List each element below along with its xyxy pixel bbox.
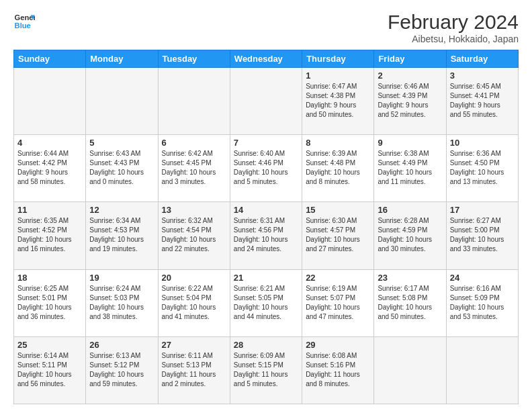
calendar-week-row: 1Sunrise: 6:47 AM Sunset: 4:38 PM Daylig…: [14, 68, 519, 135]
day-info: Sunrise: 6:39 AM Sunset: 4:48 PM Dayligh…: [306, 149, 370, 187]
table-row: [158, 68, 230, 135]
day-info: Sunrise: 6:09 AM Sunset: 5:15 PM Dayligh…: [234, 351, 298, 389]
calendar-week-row: 18Sunrise: 6:25 AM Sunset: 5:01 PM Dayli…: [14, 269, 519, 336]
table-row: 10Sunrise: 6:36 AM Sunset: 4:50 PM Dayli…: [446, 135, 518, 202]
day-info: Sunrise: 6:40 AM Sunset: 4:46 PM Dayligh…: [234, 149, 298, 187]
day-number: 9: [378, 138, 442, 148]
header: General Blue February 2024 Aibetsu, Hokk…: [13, 11, 519, 44]
table-row: 17Sunrise: 6:27 AM Sunset: 5:00 PM Dayli…: [446, 202, 518, 269]
page: General Blue February 2024 Aibetsu, Hokk…: [0, 0, 532, 411]
day-number: 25: [17, 340, 82, 350]
day-number: 11: [17, 205, 82, 215]
day-number: 2: [378, 71, 442, 81]
day-info: Sunrise: 6:17 AM Sunset: 5:08 PM Dayligh…: [378, 284, 442, 322]
col-wednesday: Wednesday: [230, 50, 302, 68]
logo-icon: General Blue: [13, 11, 35, 32]
table-row: 23Sunrise: 6:17 AM Sunset: 5:08 PM Dayli…: [374, 269, 446, 336]
table-row: 18Sunrise: 6:25 AM Sunset: 5:01 PM Dayli…: [14, 269, 86, 336]
calendar-week-row: 4Sunrise: 6:44 AM Sunset: 4:42 PM Daylig…: [14, 135, 519, 202]
day-info: Sunrise: 6:19 AM Sunset: 5:07 PM Dayligh…: [306, 284, 370, 322]
day-number: 28: [234, 340, 298, 350]
table-row: 15Sunrise: 6:30 AM Sunset: 4:57 PM Dayli…: [302, 202, 374, 269]
calendar-week-row: 25Sunrise: 6:14 AM Sunset: 5:11 PM Dayli…: [14, 336, 519, 404]
table-row: [230, 68, 302, 135]
table-row: 26Sunrise: 6:13 AM Sunset: 5:12 PM Dayli…: [86, 336, 158, 404]
day-info: Sunrise: 6:45 AM Sunset: 4:41 PM Dayligh…: [450, 82, 515, 120]
day-info: Sunrise: 6:47 AM Sunset: 4:38 PM Dayligh…: [306, 82, 370, 120]
day-number: 19: [89, 273, 154, 283]
col-thursday: Thursday: [302, 50, 374, 68]
table-row: 21Sunrise: 6:21 AM Sunset: 5:05 PM Dayli…: [230, 269, 302, 336]
day-info: Sunrise: 6:27 AM Sunset: 5:00 PM Dayligh…: [450, 216, 515, 254]
logo: General Blue: [13, 11, 35, 32]
day-info: Sunrise: 6:13 AM Sunset: 5:12 PM Dayligh…: [89, 351, 154, 389]
day-info: Sunrise: 6:42 AM Sunset: 4:45 PM Dayligh…: [162, 149, 226, 187]
day-number: 27: [162, 340, 226, 350]
day-info: Sunrise: 6:35 AM Sunset: 4:52 PM Dayligh…: [17, 216, 82, 254]
day-info: Sunrise: 6:24 AM Sunset: 5:03 PM Dayligh…: [89, 284, 154, 322]
day-info: Sunrise: 6:46 AM Sunset: 4:39 PM Dayligh…: [378, 82, 442, 120]
table-row: 24Sunrise: 6:16 AM Sunset: 5:09 PM Dayli…: [446, 269, 518, 336]
table-row: 3Sunrise: 6:45 AM Sunset: 4:41 PM Daylig…: [446, 68, 518, 135]
day-number: 8: [306, 138, 370, 148]
table-row: 14Sunrise: 6:31 AM Sunset: 4:56 PM Dayli…: [230, 202, 302, 269]
col-friday: Friday: [374, 50, 446, 68]
table-row: 2Sunrise: 6:46 AM Sunset: 4:39 PM Daylig…: [374, 68, 446, 135]
day-number: 4: [17, 138, 82, 148]
svg-text:Blue: Blue: [15, 21, 31, 30]
day-number: 6: [162, 138, 226, 148]
table-row: [374, 336, 446, 404]
table-row: [86, 68, 158, 135]
day-number: 13: [162, 205, 226, 215]
day-info: Sunrise: 6:30 AM Sunset: 4:57 PM Dayligh…: [306, 216, 370, 254]
table-row: 19Sunrise: 6:24 AM Sunset: 5:03 PM Dayli…: [86, 269, 158, 336]
table-row: 20Sunrise: 6:22 AM Sunset: 5:04 PM Dayli…: [158, 269, 230, 336]
table-row: 28Sunrise: 6:09 AM Sunset: 5:15 PM Dayli…: [230, 336, 302, 404]
table-row: 12Sunrise: 6:34 AM Sunset: 4:53 PM Dayli…: [86, 202, 158, 269]
title-block: February 2024 Aibetsu, Hokkaido, Japan: [388, 11, 519, 44]
table-row: 22Sunrise: 6:19 AM Sunset: 5:07 PM Dayli…: [302, 269, 374, 336]
calendar-table: Sunday Monday Tuesday Wednesday Thursday…: [13, 50, 519, 404]
table-row: [446, 336, 518, 404]
col-saturday: Saturday: [446, 50, 518, 68]
day-number: 18: [17, 273, 82, 283]
day-info: Sunrise: 6:28 AM Sunset: 4:59 PM Dayligh…: [378, 216, 442, 254]
table-row: 25Sunrise: 6:14 AM Sunset: 5:11 PM Dayli…: [14, 336, 86, 404]
day-number: 24: [450, 273, 515, 283]
day-number: 1: [306, 71, 370, 81]
table-row: [14, 68, 86, 135]
col-monday: Monday: [86, 50, 158, 68]
svg-text:General: General: [15, 13, 35, 21]
col-tuesday: Tuesday: [158, 50, 230, 68]
day-number: 26: [89, 340, 154, 350]
day-number: 22: [306, 273, 370, 283]
table-row: 9Sunrise: 6:38 AM Sunset: 4:49 PM Daylig…: [374, 135, 446, 202]
table-row: 6Sunrise: 6:42 AM Sunset: 4:45 PM Daylig…: [158, 135, 230, 202]
table-row: 8Sunrise: 6:39 AM Sunset: 4:48 PM Daylig…: [302, 135, 374, 202]
day-number: 23: [378, 273, 442, 283]
day-info: Sunrise: 6:31 AM Sunset: 4:56 PM Dayligh…: [234, 216, 298, 254]
day-info: Sunrise: 6:43 AM Sunset: 4:43 PM Dayligh…: [89, 149, 154, 187]
day-info: Sunrise: 6:11 AM Sunset: 5:13 PM Dayligh…: [162, 351, 226, 389]
day-info: Sunrise: 6:08 AM Sunset: 5:16 PM Dayligh…: [306, 351, 370, 389]
day-number: 29: [306, 340, 370, 350]
day-number: 7: [234, 138, 298, 148]
day-info: Sunrise: 6:38 AM Sunset: 4:49 PM Dayligh…: [378, 149, 442, 187]
day-info: Sunrise: 6:36 AM Sunset: 4:50 PM Dayligh…: [450, 149, 515, 187]
table-row: 4Sunrise: 6:44 AM Sunset: 4:42 PM Daylig…: [14, 135, 86, 202]
table-row: 13Sunrise: 6:32 AM Sunset: 4:54 PM Dayli…: [158, 202, 230, 269]
day-number: 16: [378, 205, 442, 215]
day-info: Sunrise: 6:34 AM Sunset: 4:53 PM Dayligh…: [89, 216, 154, 254]
day-number: 20: [162, 273, 226, 283]
day-info: Sunrise: 6:21 AM Sunset: 5:05 PM Dayligh…: [234, 284, 298, 322]
calendar-header-row: Sunday Monday Tuesday Wednesday Thursday…: [14, 50, 519, 68]
col-sunday: Sunday: [14, 50, 86, 68]
day-number: 21: [234, 273, 298, 283]
day-number: 14: [234, 205, 298, 215]
table-row: 1Sunrise: 6:47 AM Sunset: 4:38 PM Daylig…: [302, 68, 374, 135]
table-row: 11Sunrise: 6:35 AM Sunset: 4:52 PM Dayli…: [14, 202, 86, 269]
day-number: 10: [450, 138, 515, 148]
day-number: 15: [306, 205, 370, 215]
day-info: Sunrise: 6:25 AM Sunset: 5:01 PM Dayligh…: [17, 284, 82, 322]
table-row: 5Sunrise: 6:43 AM Sunset: 4:43 PM Daylig…: [86, 135, 158, 202]
